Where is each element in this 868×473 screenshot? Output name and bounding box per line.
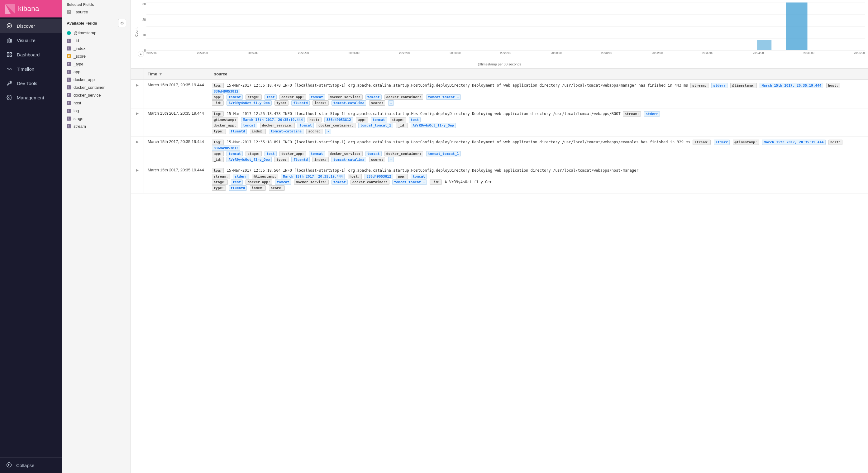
field-item-index[interactable]: t _index — [62, 44, 130, 52]
field-type-t-icon: t — [67, 85, 71, 89]
field-item-docker-service[interactable]: t docker_service — [62, 91, 130, 99]
field-name-docker-service: docker_service — [73, 93, 101, 97]
svg-rect-8 — [10, 52, 11, 54]
sidebar-item-devtools[interactable]: Dev Tools — [0, 76, 62, 90]
field-name-score: _score — [73, 54, 86, 59]
th-time[interactable]: Time ▾ — [144, 68, 208, 80]
log-text: 15-Mar-2017 12:35:18.478 INFO [localhost… — [226, 112, 623, 116]
svg-point-2 — [7, 24, 12, 28]
docker-service-val: tomcat — [298, 123, 314, 128]
sidebar-label-dashboard: Dashboard — [17, 52, 39, 57]
selected-field-source[interactable]: ? _source — [62, 8, 130, 16]
field-item-log[interactable]: t log — [62, 107, 130, 115]
time-cell: March 15th 2017, 20:35:19.444 — [144, 80, 208, 108]
field-item-app[interactable]: t app — [62, 68, 130, 76]
timestamp-val: March 15th 2017, 20:35:19.444 — [281, 174, 345, 179]
id-key: _id: — [396, 123, 408, 128]
grid-icon — [6, 52, 12, 58]
source-column-label: _source — [212, 72, 227, 76]
docker-app-key: docker_app: — [279, 94, 306, 100]
table-row: ▶ March 15th 2017, 20:35:19.444 log: 15-… — [131, 80, 868, 108]
docker-app-val: tomcat — [309, 151, 325, 156]
log-text: 15-Mar-2017 12:35:18.891 INFO [localhost… — [226, 140, 692, 144]
source-cell: log: 15-Mar-2017 12:35:18.478 INFO [loca… — [208, 108, 868, 137]
app-name: kibana — [18, 5, 39, 13]
histogram-chart — [147, 2, 865, 51]
source-cell: log: 15-Mar-2017 12:35:18.891 INFO [loca… — [208, 137, 868, 165]
type-key: type: — [275, 100, 288, 106]
sidebar-item-management[interactable]: Management — [0, 90, 62, 105]
score-key: score: — [269, 185, 285, 191]
docker-app-val: tomcat — [241, 123, 257, 128]
available-fields-section: Available Fields ⚙ — [62, 16, 130, 29]
stage-key: stage: — [246, 94, 262, 100]
field-type-t-icon: t — [67, 101, 71, 105]
host-val: 836d49053812 — [212, 146, 240, 151]
stream-val: stderr — [233, 174, 249, 179]
field-item-score[interactable]: # _score — [62, 52, 130, 60]
field-name-stream: stream — [73, 124, 86, 129]
docker-app-val: tomcat — [275, 180, 291, 185]
row-expand-button[interactable]: ▶ — [134, 139, 140, 144]
sidebar-item-dashboard[interactable]: Dashboard — [0, 48, 62, 62]
score-val: - — [388, 157, 394, 162]
host-val: 836d49053812 — [365, 174, 393, 179]
row-expand-button[interactable]: ▶ — [134, 83, 140, 87]
field-item-docker-container[interactable]: t docker_container — [62, 84, 130, 91]
sidebar-item-timelion[interactable]: Timelion — [0, 62, 62, 76]
timestamp-val: March 15th 2017, 20:35:19.444 — [762, 139, 826, 145]
docker-container-key: docker_container: — [384, 151, 424, 156]
docker-container-val: tomcat_tomcat_1 — [392, 180, 427, 185]
log-text: 15-Mar-2017 12:35:18.478 INFO [localhost… — [226, 83, 690, 88]
field-type-t-icon: t — [67, 117, 71, 121]
log-key-badge: log: — [212, 111, 224, 117]
results-area: Time ▾ _source ▶ March 15th 2017, 20:35:… — [131, 68, 868, 473]
field-type-t-icon: t — [67, 109, 71, 113]
sidebar-logo: kibana — [0, 0, 62, 18]
timestamp-val: March 15th 2017, 20:35:19.444 — [241, 117, 305, 122]
field-item-docker-app[interactable]: t docker_app — [62, 76, 130, 84]
docker-app-key: docker_app: — [212, 123, 238, 128]
svg-rect-20 — [757, 40, 771, 50]
stream-key: stream: — [212, 174, 230, 179]
id-key: _id: — [212, 100, 224, 106]
table-row: ▶ March 15th 2017, 20:35:19.444 log: 15-… — [131, 165, 868, 193]
app-val: tomcat — [226, 94, 243, 100]
docker-container-key: docker_container: — [350, 180, 390, 185]
field-item-id[interactable]: t _id — [62, 37, 130, 44]
field-item-host[interactable]: t host — [62, 99, 130, 107]
sidebar-item-visualize[interactable]: Visualize — [0, 33, 62, 48]
sidebar-item-discover[interactable]: Discover — [0, 19, 62, 33]
gear-icon — [6, 94, 12, 101]
id-key: _id: — [212, 157, 224, 162]
host-val: 836d49053812 — [324, 117, 353, 122]
log-key-badge: log: — [212, 139, 224, 145]
expand-cell: ▶ — [131, 80, 144, 108]
table-row: ▶ March 15th 2017, 20:35:19.444 log: 15-… — [131, 137, 868, 165]
docker-service-key: docker_service: — [294, 180, 329, 185]
time-cell: March 15th 2017, 20:35:19.444 — [144, 165, 208, 193]
field-item-type[interactable]: t _type — [62, 60, 130, 68]
field-item-timestamp[interactable]: @timestamp — [62, 29, 130, 37]
log-key-badge: log: — [212, 83, 224, 88]
row-expand-button[interactable]: ▶ — [134, 168, 140, 172]
field-item-stream[interactable]: t stream — [62, 122, 130, 130]
field-item-stage[interactable]: t stage — [62, 115, 130, 122]
collapse-button[interactable]: Collapse — [0, 458, 62, 473]
fields-settings-button[interactable]: ⚙ — [118, 19, 126, 27]
table-body: ▶ March 15th 2017, 20:35:19.444 log: 15-… — [131, 80, 868, 193]
timestamp-key: @timestamp: — [730, 83, 757, 88]
field-name-type: _type — [73, 62, 84, 66]
row-expand-button[interactable]: ▶ — [134, 111, 140, 116]
id-val: AVrR9y4sOct_f1-y_Oew — [226, 157, 271, 162]
app-key: app: — [212, 151, 224, 156]
field-name-index: _index — [73, 46, 85, 51]
index-key: index: — [250, 185, 266, 191]
type-val: fluentd — [291, 100, 309, 106]
chart-toggle-button[interactable]: ▲ — [138, 51, 144, 57]
app-val: tomcat — [371, 117, 387, 122]
collapse-label: Collapse — [16, 463, 34, 468]
score-key: score: — [369, 100, 385, 106]
kibana-logo-icon — [5, 4, 15, 14]
log-key-badge: log: — [212, 168, 224, 173]
